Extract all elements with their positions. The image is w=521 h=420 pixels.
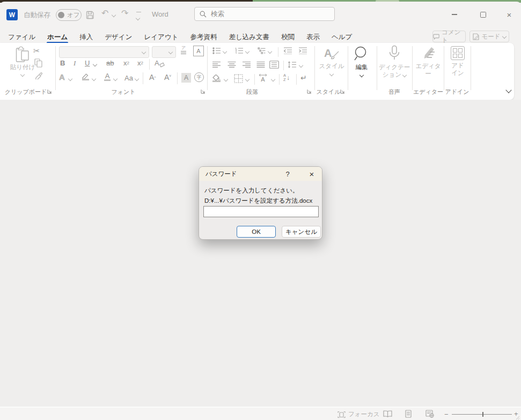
strikethrough-button[interactable]: ab — [106, 59, 114, 67]
password-input[interactable] — [203, 206, 319, 217]
text-effects-chevron-icon[interactable] — [68, 77, 72, 81]
tab-mailings[interactable]: 差し込み文書 — [223, 30, 275, 45]
save-icon[interactable] — [85, 10, 95, 20]
text-effects-button[interactable]: A — [59, 72, 65, 82]
styles-button[interactable]: A スタイル — [318, 46, 346, 76]
bullets-chevron-icon[interactable] — [223, 49, 227, 54]
line-spacing-icon[interactable] — [288, 61, 297, 68]
resize-grip-icon[interactable] — [516, 416, 520, 420]
ok-button[interactable]: OK — [237, 226, 276, 238]
character-shading-button[interactable]: A — [181, 73, 191, 83]
multilevel-list-icon[interactable] — [258, 47, 266, 54]
italic-button[interactable]: I — [74, 59, 76, 68]
word-app-icon[interactable]: W — [6, 9, 18, 20]
redo-icon[interactable]: ↷ — [121, 9, 128, 18]
print-layout-button[interactable] — [405, 410, 412, 418]
bullets-icon[interactable] — [212, 47, 221, 54]
undo-icon[interactable]: ↶ — [101, 9, 108, 18]
align-left-icon[interactable] — [212, 61, 221, 68]
font-name-chevron-icon — [142, 50, 146, 54]
zoom-slider-track[interactable] — [452, 414, 512, 415]
tab-home[interactable]: ホーム — [41, 30, 74, 45]
ribbon-tabs: ファイル ホーム 挿入 デザイン レイアウト 参考資料 差し込み文書 校閲 表示… — [2, 30, 358, 45]
enclose-characters-button[interactable]: 字 — [194, 72, 204, 82]
small-divider — [177, 72, 178, 84]
minimize-button[interactable] — [446, 9, 463, 20]
paragraph-dialog-launcher-icon[interactable] — [307, 89, 312, 94]
editor-button[interactable]: エディター — [414, 46, 442, 77]
highlight-button[interactable] — [82, 73, 89, 80]
addins-button[interactable]: アドイン — [445, 46, 470, 77]
editing-button[interactable]: 編集 — [350, 45, 373, 77]
ruby-icon[interactable]: ア — [180, 46, 187, 55]
undo-chevron-icon[interactable] — [112, 13, 116, 17]
borders-chevron-icon[interactable] — [245, 77, 250, 82]
tab-design[interactable]: デザイン — [99, 30, 138, 45]
styles-dialog-launcher-icon[interactable] — [340, 89, 345, 94]
format-painter-icon[interactable] — [34, 71, 43, 79]
read-mode-button[interactable] — [383, 410, 392, 417]
cut-icon[interactable]: ✂ — [33, 46, 40, 56]
borders-icon[interactable] — [234, 74, 243, 83]
decrease-indent-icon[interactable] — [283, 47, 292, 54]
highlight-chevron-icon[interactable] — [92, 77, 96, 81]
tab-references[interactable]: 参考資料 — [184, 30, 223, 45]
subscript-button[interactable]: x2 — [123, 59, 129, 67]
sort-icon[interactable]: AZ ↓ — [283, 73, 290, 82]
multilevel-chevron-icon[interactable] — [268, 49, 272, 54]
font-size-combo[interactable] — [152, 46, 176, 58]
bold-button[interactable]: B — [60, 59, 65, 67]
clipboard-dialog-launcher-icon[interactable] — [47, 89, 52, 94]
comments-button[interactable]: コメント — [432, 31, 466, 42]
clear-formatting-button[interactable]: A — [155, 59, 164, 67]
align-center-icon[interactable] — [228, 61, 236, 68]
underline-chevron-icon[interactable] — [93, 62, 97, 67]
web-layout-button[interactable] — [425, 410, 434, 418]
grow-font-button[interactable]: A^ — [149, 73, 156, 82]
line-spacing-chevron-icon[interactable] — [299, 63, 303, 68]
mode-button[interactable]: モード — [469, 31, 509, 42]
maximize-button[interactable] — [474, 9, 491, 20]
focus-mode-button[interactable]: フォーカス — [337, 410, 380, 418]
dialog-help-button[interactable]: ? — [278, 167, 297, 181]
shrink-font-button[interactable]: A˅ — [164, 73, 171, 82]
qat-overflow-icon[interactable] — [136, 12, 141, 22]
align-right-icon[interactable] — [242, 61, 251, 68]
change-case-button[interactable]: Aa — [124, 74, 133, 82]
maximize-icon — [480, 12, 486, 18]
increase-indent-icon[interactable] — [298, 47, 307, 54]
numbering-icon[interactable] — [235, 47, 244, 54]
dialog-close-button[interactable]: × — [303, 167, 321, 181]
formatting-marks-icon[interactable]: ↵ — [300, 73, 307, 82]
copy-icon[interactable] — [34, 58, 42, 68]
close-button[interactable]: × — [501, 9, 518, 20]
font-color-button[interactable]: A — [104, 72, 111, 81]
tab-review[interactable]: 校閲 — [275, 30, 300, 45]
zoom-slider-handle[interactable] — [482, 412, 483, 417]
character-scaling-chevron-icon[interactable] — [271, 77, 275, 82]
tab-insert[interactable]: 挿入 — [74, 30, 99, 45]
justify-icon[interactable] — [256, 61, 265, 68]
font-color-chevron-icon[interactable] — [113, 77, 118, 81]
font-dialog-launcher-icon[interactable] — [201, 89, 206, 94]
tab-layout[interactable]: レイアウト — [138, 30, 184, 45]
distribute-icon[interactable] — [269, 61, 279, 69]
change-case-chevron-icon[interactable] — [135, 77, 139, 81]
underline-button[interactable]: U — [85, 59, 90, 67]
shading-icon[interactable] — [212, 75, 221, 82]
font-name-combo[interactable] — [59, 46, 149, 58]
superscript-button[interactable]: x2 — [137, 59, 143, 67]
enclose-border-icon[interactable]: A — [193, 46, 204, 56]
character-scaling-icon[interactable]: A — [259, 73, 267, 83]
collapse-ribbon-icon[interactable] — [505, 87, 511, 93]
autosave-toggle[interactable]: オフ — [56, 9, 82, 21]
tab-help[interactable]: ヘルプ — [326, 30, 358, 45]
cancel-button[interactable]: キャンセル — [282, 226, 321, 238]
tab-file[interactable]: ファイル — [2, 30, 41, 45]
search-box[interactable]: 検索 — [194, 7, 335, 21]
dictation-button[interactable]: ディクテーション — [378, 45, 411, 78]
tab-view[interactable]: 表示 — [300, 30, 326, 45]
shading-chevron-icon[interactable] — [224, 77, 228, 82]
numbering-chevron-icon[interactable] — [245, 49, 250, 54]
zoom-out-button[interactable]: − — [444, 411, 449, 418]
